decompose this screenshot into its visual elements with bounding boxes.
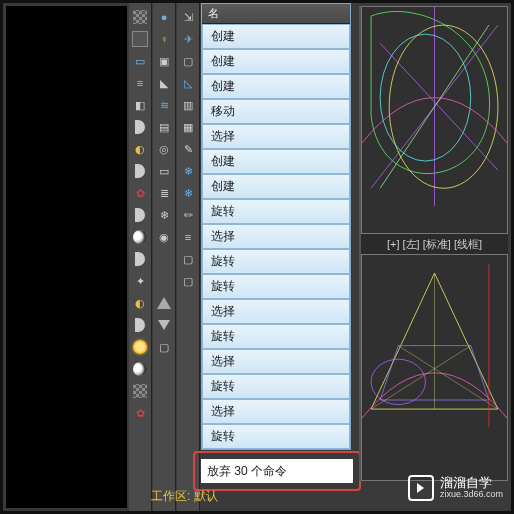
tri2-icon[interactable]: ◺ <box>180 75 196 91</box>
pot2-icon[interactable]: ◐ <box>132 295 148 311</box>
grid2-icon[interactable]: ▦ <box>180 119 196 135</box>
history-item[interactable]: 旋转 <box>202 424 350 449</box>
history-item[interactable]: 旋转 <box>202 324 350 349</box>
tri-icon[interactable] <box>156 295 172 311</box>
bars-icon[interactable]: ≡ <box>180 229 196 245</box>
viewport-top[interactable] <box>361 6 508 234</box>
layer-icon[interactable]: ▤ <box>156 119 172 135</box>
history-item[interactable]: 选择 <box>202 399 350 424</box>
panel-icon[interactable] <box>132 31 148 47</box>
target-icon[interactable]: ◎ <box>156 141 172 157</box>
history-item[interactable]: 创建 <box>202 49 350 74</box>
eye-icon[interactable]: ◉ <box>156 229 172 245</box>
funnel-icon[interactable] <box>156 317 172 333</box>
half-moon-icon[interactable] <box>132 119 148 135</box>
select-icon[interactable]: ▭ <box>156 163 172 179</box>
history-item[interactable]: 创建 <box>202 174 350 199</box>
watermark: 溜溜自学 zixue.3d66.com <box>408 475 503 501</box>
wave-icon[interactable]: ≋ <box>156 97 172 113</box>
blank-icon <box>156 251 172 267</box>
history-item[interactable]: 创建 <box>202 74 350 99</box>
list-icon[interactable]: ≣ <box>156 185 172 201</box>
camera-icon[interactable]: ▣ <box>156 53 172 69</box>
square-icon[interactable]: ▢ <box>180 53 196 69</box>
toolbar-col-b: ● ♀ ▣ ◣ ≋ ▤ ◎ ▭ ≣ ❄ ◉ ▢ <box>153 3 176 511</box>
folder-icon[interactable]: ▢ <box>156 339 172 355</box>
sphere-icon[interactable]: ● <box>156 9 172 25</box>
play-icon <box>408 475 434 501</box>
gear-icon[interactable]: ✿ <box>132 185 148 201</box>
history-item[interactable]: 旋转 <box>202 374 350 399</box>
blank2-icon <box>156 273 172 289</box>
history-item[interactable]: 选择 <box>202 224 350 249</box>
undo-history-panel: 名 创建 创建 创建 移动 选择 创建 创建 旋转 选择 旋转 旋转 选择 旋转… <box>201 3 351 450</box>
cube-icon[interactable]: ◧ <box>132 97 148 113</box>
left-dark-strip <box>6 6 127 508</box>
half2-icon[interactable] <box>132 163 148 179</box>
viewport-area: [+] [左] [标准] [线框] <box>359 6 508 481</box>
history-item[interactable]: 移动 <box>202 99 350 124</box>
moon2-icon[interactable] <box>132 361 148 377</box>
history-item[interactable]: 旋转 <box>202 249 350 274</box>
undo-summary-label[interactable]: 放弃 30 个命令 <box>201 459 353 483</box>
panel2-icon[interactable]: ▭ <box>132 53 148 69</box>
history-item[interactable]: 创建 <box>202 24 350 49</box>
snow-icon[interactable]: ❄ <box>156 207 172 223</box>
history-header: 名 <box>202 4 350 24</box>
watermark-url: zixue.3d66.com <box>440 490 503 499</box>
svg-point-0 <box>389 25 498 188</box>
history-item[interactable]: 创建 <box>202 149 350 174</box>
watermark-brand: 溜溜自学 <box>440 476 503 490</box>
undo-summary-box: 放弃 30 个命令 <box>193 451 361 491</box>
viewport-label[interactable]: [+] [左] [标准] [线框] <box>361 234 508 254</box>
square2-icon[interactable]: ▥ <box>180 97 196 113</box>
history-item[interactable]: 选择 <box>202 299 350 324</box>
flare-icon[interactable]: ✦ <box>132 273 148 289</box>
history-item[interactable]: 旋转 <box>202 199 350 224</box>
moon-icon[interactable] <box>132 229 148 245</box>
dots-icon[interactable] <box>132 383 148 399</box>
link-icon[interactable]: ⇲ <box>180 9 196 25</box>
layers-icon[interactable]: ≡ <box>132 75 148 91</box>
pin-icon[interactable]: ✈ <box>180 31 196 47</box>
status-workspace: 工作区: 默认 <box>151 488 218 505</box>
half3-icon[interactable] <box>132 207 148 223</box>
paint-icon[interactable]: ✎ <box>180 141 196 157</box>
box2-icon[interactable]: ▢ <box>180 273 196 289</box>
light-icon[interactable]: ♀ <box>156 31 172 47</box>
svg-point-1 <box>380 34 471 161</box>
sun-icon[interactable] <box>132 339 148 355</box>
toolbar-col-c: ⇲ ✈ ▢ ◺ ▥ ▦ ✎ ❄ ❄ ✏ ≡ ▢ ▢ <box>177 3 200 511</box>
ruler-icon[interactable]: ◣ <box>156 75 172 91</box>
toolbar-col-a: ▭ ≡ ◧ ◐ ✿ ✦ ◐ ✿ <box>129 3 152 511</box>
pot-icon[interactable]: ◐ <box>132 141 148 157</box>
app-frame: ▭ ≡ ◧ ◐ ✿ ✦ ◐ ✿ ● ♀ ▣ ◣ ≋ ▤ ◎ ▭ ≣ ❄ ◉ ▢ <box>0 0 514 514</box>
half4-icon[interactable] <box>132 251 148 267</box>
edit-icon[interactable]: ✏ <box>180 207 196 223</box>
svg-point-2 <box>371 359 425 404</box>
snow3-icon[interactable]: ❄ <box>180 185 196 201</box>
history-item[interactable]: 选择 <box>202 349 350 374</box>
grid-icon[interactable] <box>132 9 148 25</box>
gear2-icon[interactable]: ✿ <box>132 405 148 421</box>
box-icon[interactable]: ▢ <box>180 251 196 267</box>
history-item[interactable]: 选择 <box>202 124 350 149</box>
snow2-icon[interactable]: ❄ <box>180 163 196 179</box>
half5-icon[interactable] <box>132 317 148 333</box>
history-item[interactable]: 旋转 <box>202 274 350 299</box>
viewport-bottom[interactable] <box>361 254 508 482</box>
